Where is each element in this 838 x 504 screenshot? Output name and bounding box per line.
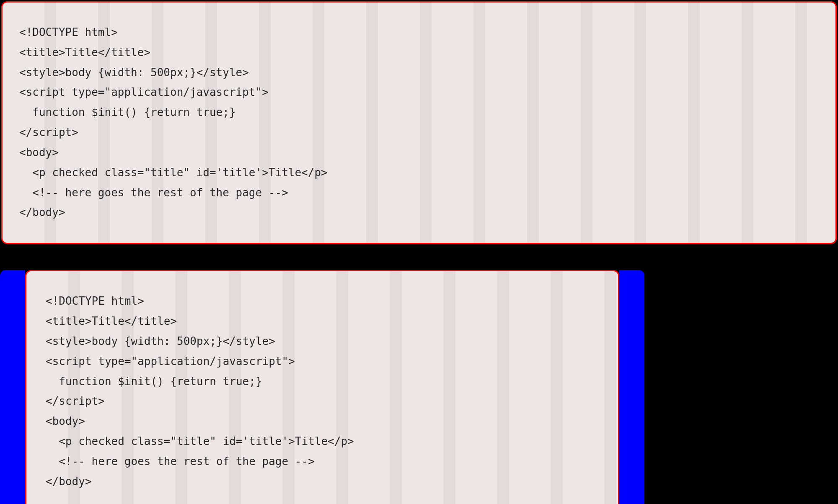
bottom-container: <!DOCTYPE html> <title>Title</title> <st… <box>0 270 644 504</box>
spacer <box>0 244 838 270</box>
code-block-bottom: <!DOCTYPE html> <title>Title</title> <st… <box>25 270 619 504</box>
blue-margin-left <box>0 270 25 504</box>
blue-margin-right <box>619 270 644 504</box>
code-block-top: <!DOCTYPE html> <title>Title</title> <st… <box>1 1 837 244</box>
code-content: <!DOCTYPE html> <title>Title</title> <st… <box>46 295 354 487</box>
code-content: <!DOCTYPE html> <title>Title</title> <st… <box>19 26 328 219</box>
